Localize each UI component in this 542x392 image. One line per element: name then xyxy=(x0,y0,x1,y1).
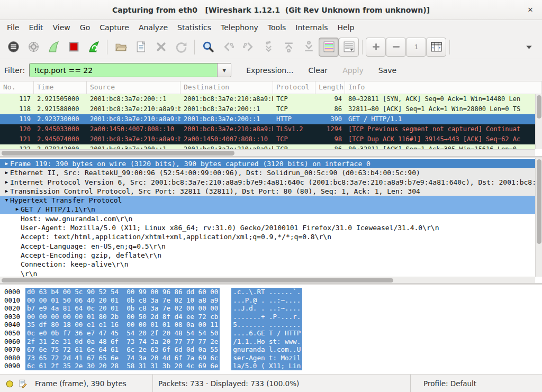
packet-row-121[interactable]: 1212.9450740002001:bc8:3a7e:210:a8a9:b7e… xyxy=(0,134,535,144)
detail-row-10[interactable]: Accept-Encoding: gzip, deflate\r\n xyxy=(0,251,535,260)
menu-statistics[interactable]: Statistics xyxy=(173,21,216,34)
hex-bytes[interactable]: d0 63 b4 00 5c 90 52 54 00 99 00 96 86 d… xyxy=(25,288,220,296)
zoom-out-button[interactable] xyxy=(386,38,406,57)
hex-bytes[interactable]: 00 00 00 00 00 01 80 2b 00 50 2d 8f d4 e… xyxy=(25,313,220,321)
hex-bytes[interactable]: 73 65 72 2d 41 67 65 6e 74 3a 20 4d 6f 7… xyxy=(25,354,220,362)
hex-ascii[interactable]: 5....... ........ xyxy=(231,321,302,329)
expander-open-icon[interactable]: ▼ xyxy=(3,196,10,205)
hex-row-0080[interactable]: 008073 65 72 2d 41 67 65 6e 74 3a 20 4d … xyxy=(0,354,542,362)
hex-ascii[interactable]: .c..\.RT ......`. xyxy=(231,288,302,296)
column-header-time[interactable]: Time xyxy=(34,81,87,94)
hex-ascii[interactable]: gnuranda l.com..U xyxy=(231,345,302,354)
column-header-source[interactable]: Source xyxy=(87,81,180,94)
zoom-100-button[interactable]: 1 xyxy=(406,38,426,57)
menu-view[interactable]: View xyxy=(48,21,75,34)
scrollbar-thumb[interactable] xyxy=(2,278,393,282)
detail-row-4[interactable]: ▼Hypertext Transfer Protocol xyxy=(0,196,535,205)
hex-ascii[interactable]: la/5.0 ( X11; Lin xyxy=(231,362,302,370)
hex-ascii[interactable]: ...P.@ . ..:~.... xyxy=(231,296,302,305)
close-capture-file-button[interactable] xyxy=(151,38,171,57)
find-packet-button[interactable] xyxy=(198,38,218,57)
open-capture-file-button[interactable] xyxy=(111,38,131,57)
hex-row-0070[interactable]: 007067 6e 75 72 61 6e 64 61 6c 2e 63 6f … xyxy=(0,345,542,354)
filter-save-button[interactable]: Save xyxy=(373,63,402,77)
detail-row-9[interactable]: Accept-Language: en-US,en;q=0.5\r\n xyxy=(0,242,535,251)
detail-row-6[interactable]: Host: www.gnurandal.com\r\n xyxy=(0,214,535,223)
expander-closed-icon[interactable]: ▶ xyxy=(3,178,10,187)
hex-row-0030[interactable]: 003000 00 00 00 00 01 80 2b 00 50 2d 8f … xyxy=(0,313,542,321)
packet-list-vertical-scrollbar[interactable] xyxy=(535,94,542,149)
hex-row-0020[interactable]: 0020b7 e9 4a 81 64 0c 20 01 0b c8 3a 7e … xyxy=(0,304,542,313)
menu-file[interactable]: File xyxy=(2,21,24,34)
expander-closed-icon[interactable]: ▶ xyxy=(3,168,10,177)
list-interfaces-button[interactable] xyxy=(3,38,23,57)
stop-capture-button[interactable] xyxy=(64,38,84,57)
packet-row-119[interactable]: 1192.9237300002001:bc8:3a7e:210:a8a9:b7e… xyxy=(0,114,535,124)
save-capture-file-button[interactable] xyxy=(131,38,151,57)
packet-list-horizontal-scrollbar[interactable] xyxy=(0,149,535,156)
expander-closed-icon[interactable]: ▶ xyxy=(3,187,10,196)
go-to-packet-button[interactable] xyxy=(258,38,278,57)
go-forward-button[interactable] xyxy=(238,38,258,57)
detail-row-2[interactable]: ▶Internet Protocol Version 6, Src: 2001:… xyxy=(0,178,535,187)
hex-bytes[interactable]: 00 00 01 50 06 40 20 01 0b c8 3a 7e 02 1… xyxy=(25,296,220,305)
resize-columns-button[interactable] xyxy=(426,38,446,57)
expander-closed-icon[interactable]: ▶ xyxy=(14,205,21,214)
packet-row-117[interactable]: 1172.9215050002001:bc8:3a7e:200::12001:b… xyxy=(0,94,535,104)
restart-capture-button[interactable] xyxy=(84,38,104,57)
zoom-in-button[interactable] xyxy=(366,38,386,57)
packet-row-118[interactable]: 1182.9215880002001:bc8:3a7e:210:a8a9:b7e… xyxy=(0,104,535,114)
menu-telephony[interactable]: Telephony xyxy=(216,21,263,34)
reload-capture-file-button[interactable] xyxy=(171,38,191,57)
hex-row-0010[interactable]: 001000 00 01 50 06 40 20 01 0b c8 3a 7e … xyxy=(0,296,542,305)
filter-expression-button[interactable]: Expression... xyxy=(241,63,299,77)
filter-input[interactable] xyxy=(30,63,217,77)
expander-closed-icon[interactable]: ▶ xyxy=(3,159,10,168)
menu-internals[interactable]: Internals xyxy=(291,21,332,34)
auto-scroll-button[interactable] xyxy=(339,38,359,57)
hex-ascii[interactable]: /1.1..Ho st: www. xyxy=(231,338,302,346)
capture-options-button[interactable] xyxy=(23,38,43,57)
hex-bytes[interactable]: 2f 31 2e 31 0d 0a 48 6f 73 74 3a 20 77 7… xyxy=(25,338,220,346)
detail-row-3[interactable]: ▶Transmission Control Protocol, Src Port… xyxy=(0,187,535,196)
menu-capture[interactable]: Capture xyxy=(95,21,134,34)
colorize-packets-button[interactable] xyxy=(319,38,339,57)
menu-tools[interactable]: Tools xyxy=(263,21,291,34)
scrollbar-thumb[interactable] xyxy=(2,151,234,156)
column-header-info[interactable]: Info xyxy=(345,81,542,94)
hex-row-0050[interactable]: 00500c e0 0b f7 36 e7 47 45 54 20 2f 20 … xyxy=(0,329,542,338)
detail-row-0[interactable]: ▶Frame 119: 390 bytes on wire (3120 bits… xyxy=(0,159,535,168)
hex-ascii[interactable]: ser-Agen t: Mozil xyxy=(231,354,302,362)
hex-ascii[interactable]: .......+ .P-...r. xyxy=(231,313,302,321)
filter-dropdown-button[interactable]: ▼ xyxy=(217,63,231,77)
column-header-destination[interactable]: Destination xyxy=(180,81,273,94)
toolbar-overflow-button[interactable] xyxy=(519,38,539,57)
packet-row-120[interactable]: 1202.9450330002a00:1450:4007:808::102001… xyxy=(0,124,535,134)
detail-row-12[interactable]: \r\n xyxy=(0,269,535,277)
hex-bytes[interactable]: 35 df 80 18 00 e1 e1 16 00 00 01 01 08 0… xyxy=(25,321,220,329)
start-capture-button[interactable] xyxy=(43,38,64,57)
go-back-button[interactable] xyxy=(218,38,238,57)
status-profile-section[interactable]: Profile: Default xyxy=(411,375,542,392)
capture-comment-icon[interactable] xyxy=(18,379,28,388)
hex-ascii[interactable]: ..J.d. . ..:~.... xyxy=(231,304,302,313)
hex-row-0090[interactable]: 00906c 61 2f 35 2e 30 20 28 58 31 31 3b … xyxy=(0,362,542,370)
details-horizontal-scrollbar[interactable] xyxy=(0,277,535,283)
menu-go[interactable]: Go xyxy=(75,21,95,34)
close-window-button[interactable]: ✕ xyxy=(525,5,536,15)
filter-clear-button[interactable]: Clear xyxy=(303,63,333,77)
detail-row-5[interactable]: ▶GET / HTTP/1.1\r\n xyxy=(0,205,535,214)
hex-row-0060[interactable]: 00602f 31 2e 31 0d 0a 48 6f 73 74 3a 20 … xyxy=(0,338,542,346)
detail-row-11[interactable]: Connection: keep-alive\r\n xyxy=(0,260,535,269)
detail-row-7[interactable]: User-Agent: Mozilla/5.0 (X11; Linux x86_… xyxy=(0,223,535,232)
expert-info-icon[interactable] xyxy=(5,379,15,388)
go-to-top-button[interactable] xyxy=(278,38,299,57)
menu-analyze[interactable]: Analyze xyxy=(134,21,173,34)
scrollbar-thumb[interactable] xyxy=(537,159,541,244)
column-header-protocol[interactable]: Protocol xyxy=(273,81,315,94)
hex-ascii[interactable]: ....6.GE T / HTTP xyxy=(231,329,302,338)
hex-bytes[interactable]: 6c 61 2f 35 2e 30 20 28 58 31 31 3b 20 4… xyxy=(25,362,220,370)
menu-help[interactable]: Help xyxy=(333,21,359,34)
hex-row-0000[interactable]: 0000d0 63 b4 00 5c 90 52 54 00 99 00 96 … xyxy=(0,288,542,296)
menu-edit[interactable]: Edit xyxy=(24,21,48,34)
